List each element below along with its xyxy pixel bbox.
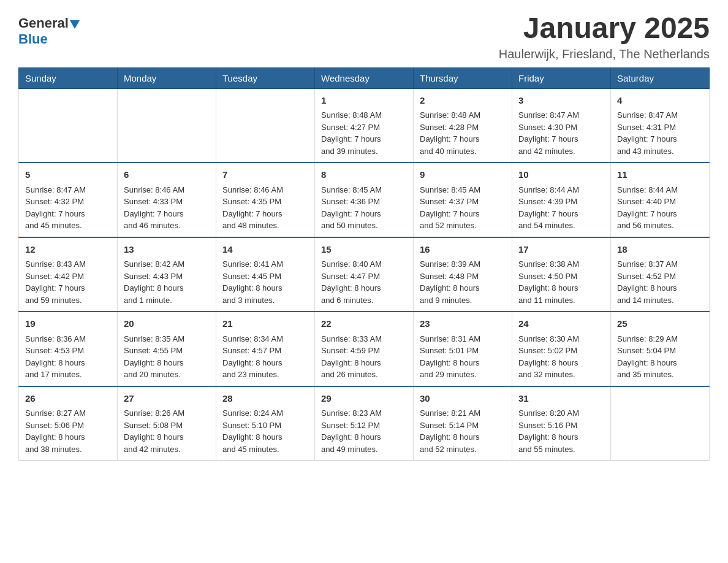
calendar-cell: 2Sunrise: 8:48 AMSunset: 4:28 PMDaylight…: [414, 88, 512, 163]
calendar-cell: 12Sunrise: 8:43 AMSunset: 4:42 PMDayligh…: [19, 237, 118, 312]
calendar-cell: [216, 88, 315, 163]
calendar-cell: [19, 88, 118, 163]
day-info: Daylight: 8 hours: [321, 357, 407, 369]
day-info: Daylight: 8 hours: [222, 431, 308, 443]
day-info: and 42 minutes.: [124, 443, 210, 456]
calendar-cell: 3Sunrise: 8:47 AMSunset: 4:30 PMDaylight…: [512, 88, 611, 163]
day-info: Sunrise: 8:34 AM: [222, 333, 308, 345]
day-info: Sunset: 4:35 PM: [222, 196, 308, 208]
day-info: Sunset: 4:36 PM: [321, 196, 407, 208]
day-info: and 20 minutes.: [124, 369, 210, 381]
calendar-cell: 24Sunrise: 8:30 AMSunset: 5:02 PMDayligh…: [512, 312, 611, 386]
day-info: Sunrise: 8:39 AM: [420, 258, 506, 270]
day-number: 8: [321, 168, 407, 182]
day-number: 12: [25, 243, 111, 257]
day-info: Sunrise: 8:38 AM: [518, 258, 604, 270]
calendar-cell: 11Sunrise: 8:44 AMSunset: 4:40 PMDayligh…: [611, 163, 710, 237]
day-info: Sunrise: 8:44 AM: [617, 184, 703, 196]
calendar-cell: 14Sunrise: 8:41 AMSunset: 4:45 PMDayligh…: [216, 237, 315, 312]
day-info: Sunrise: 8:27 AM: [25, 407, 111, 419]
day-number: 3: [518, 94, 604, 108]
day-info: Daylight: 8 hours: [617, 282, 703, 294]
day-number: 15: [321, 243, 407, 257]
calendar-cell: 17Sunrise: 8:38 AMSunset: 4:50 PMDayligh…: [512, 237, 611, 312]
day-number: 30: [420, 392, 506, 406]
day-info: Daylight: 8 hours: [420, 431, 506, 443]
day-number: 25: [617, 317, 703, 331]
logo-triangle-icon: [70, 20, 80, 29]
day-info: and 29 minutes.: [420, 369, 506, 381]
day-info: Daylight: 7 hours: [124, 208, 210, 220]
calendar-cell: 10Sunrise: 8:44 AMSunset: 4:39 PMDayligh…: [512, 163, 611, 237]
day-info: Daylight: 8 hours: [124, 431, 210, 443]
day-info: Sunrise: 8:24 AM: [222, 407, 308, 419]
day-info: and 14 minutes.: [617, 294, 703, 307]
day-info: Sunrise: 8:33 AM: [321, 333, 407, 345]
day-info: and 26 minutes.: [321, 369, 407, 381]
day-info: and 52 minutes.: [420, 220, 506, 232]
day-info: Sunrise: 8:40 AM: [321, 258, 407, 270]
week-row-1: 1Sunrise: 8:48 AMSunset: 4:27 PMDaylight…: [19, 88, 710, 163]
logo-blue-text: Blue: [18, 31, 48, 47]
weekday-header-wednesday: Wednesday: [315, 67, 414, 88]
day-number: 28: [222, 392, 308, 406]
week-row-2: 5Sunrise: 8:47 AMSunset: 4:32 PMDaylight…: [19, 163, 710, 237]
day-info: Daylight: 8 hours: [321, 431, 407, 443]
day-number: 24: [518, 317, 604, 331]
day-info: Sunset: 4:50 PM: [518, 270, 604, 283]
day-info: Sunset: 4:43 PM: [124, 270, 210, 283]
day-number: 21: [222, 317, 308, 331]
calendar-cell: [118, 88, 216, 163]
week-row-5: 26Sunrise: 8:27 AMSunset: 5:06 PMDayligh…: [19, 386, 710, 461]
weekday-header-tuesday: Tuesday: [216, 67, 315, 88]
calendar-table: SundayMondayTuesdayWednesdayThursdayFrid…: [18, 67, 710, 461]
day-info: and 40 minutes.: [420, 145, 506, 158]
day-info: Daylight: 7 hours: [321, 133, 407, 145]
day-info: Daylight: 7 hours: [617, 133, 703, 145]
day-info: and 56 minutes.: [617, 220, 703, 232]
day-info: Sunset: 5:01 PM: [420, 345, 506, 357]
calendar-cell: 1Sunrise: 8:48 AMSunset: 4:27 PMDaylight…: [315, 88, 414, 163]
day-info: Sunrise: 8:35 AM: [124, 333, 210, 345]
day-info: Sunset: 4:42 PM: [25, 270, 111, 283]
day-info: Sunrise: 8:30 AM: [518, 333, 604, 345]
day-info: Sunrise: 8:36 AM: [25, 333, 111, 345]
day-number: 17: [518, 243, 604, 257]
calendar-cell: 16Sunrise: 8:39 AMSunset: 4:48 PMDayligh…: [414, 237, 512, 312]
day-info: and 32 minutes.: [518, 369, 604, 381]
day-info: Daylight: 7 hours: [420, 133, 506, 145]
day-number: 14: [222, 243, 308, 257]
logo: General Blue: [18, 12, 80, 47]
day-info: Sunrise: 8:42 AM: [124, 258, 210, 270]
day-info: Sunset: 4:48 PM: [420, 270, 506, 283]
day-info: Daylight: 8 hours: [420, 282, 506, 294]
week-row-4: 19Sunrise: 8:36 AMSunset: 4:53 PMDayligh…: [19, 312, 710, 386]
day-info: Sunrise: 8:43 AM: [25, 258, 111, 270]
day-info: and 52 minutes.: [420, 443, 506, 456]
day-info: and 39 minutes.: [321, 145, 407, 158]
day-info: Sunset: 5:10 PM: [222, 419, 308, 432]
calendar-cell: 6Sunrise: 8:46 AMSunset: 4:33 PMDaylight…: [118, 163, 216, 237]
day-info: and 55 minutes.: [518, 443, 604, 456]
day-info: Sunset: 5:12 PM: [321, 419, 407, 432]
calendar-title: January 2025: [499, 12, 710, 45]
day-info: and 48 minutes.: [222, 220, 308, 232]
calendar-cell: 7Sunrise: 8:46 AMSunset: 4:35 PMDaylight…: [216, 163, 315, 237]
day-info: and 43 minutes.: [617, 145, 703, 158]
calendar-cell: 27Sunrise: 8:26 AMSunset: 5:08 PMDayligh…: [118, 386, 216, 461]
day-info: Sunrise: 8:20 AM: [518, 407, 604, 419]
day-info: Daylight: 7 hours: [25, 208, 111, 220]
day-info: Daylight: 8 hours: [124, 282, 210, 294]
day-info: Sunrise: 8:44 AM: [518, 184, 604, 196]
day-info: Sunrise: 8:48 AM: [321, 109, 407, 121]
calendar-cell: 18Sunrise: 8:37 AMSunset: 4:52 PMDayligh…: [611, 237, 710, 312]
day-info: and 11 minutes.: [518, 294, 604, 307]
day-info: and 6 minutes.: [321, 294, 407, 307]
day-info: and 46 minutes.: [124, 220, 210, 232]
calendar-cell: 21Sunrise: 8:34 AMSunset: 4:57 PMDayligh…: [216, 312, 315, 386]
weekday-header-thursday: Thursday: [414, 67, 512, 88]
calendar-cell: 25Sunrise: 8:29 AMSunset: 5:04 PMDayligh…: [611, 312, 710, 386]
page-header: General Blue January 2025 Haulerwijk, Fr…: [18, 12, 710, 61]
day-info: and 45 minutes.: [25, 220, 111, 232]
day-info: Daylight: 8 hours: [518, 357, 604, 369]
